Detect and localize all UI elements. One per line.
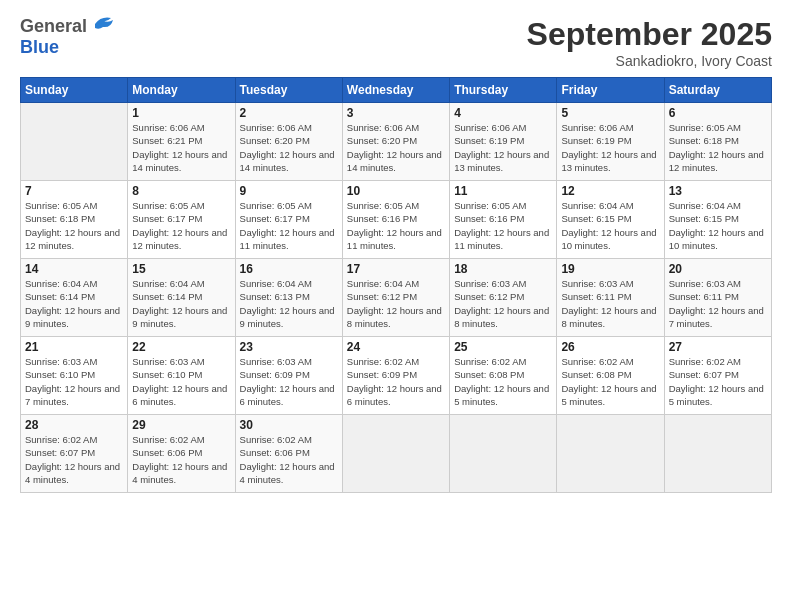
day-info: Sunrise: 6:06 AM Sunset: 6:20 PM Dayligh… bbox=[240, 121, 338, 174]
week-row-3: 14Sunrise: 6:04 AM Sunset: 6:14 PM Dayli… bbox=[21, 259, 772, 337]
week-row-5: 28Sunrise: 6:02 AM Sunset: 6:07 PM Dayli… bbox=[21, 415, 772, 493]
day-info: Sunrise: 6:06 AM Sunset: 6:21 PM Dayligh… bbox=[132, 121, 230, 174]
day-cell: 22Sunrise: 6:03 AM Sunset: 6:10 PM Dayli… bbox=[128, 337, 235, 415]
day-number: 12 bbox=[561, 184, 659, 198]
day-cell: 17Sunrise: 6:04 AM Sunset: 6:12 PM Dayli… bbox=[342, 259, 449, 337]
day-number: 14 bbox=[25, 262, 123, 276]
header: General Blue September 2025 Sankadiokro,… bbox=[20, 16, 772, 69]
day-number: 6 bbox=[669, 106, 767, 120]
day-cell: 8Sunrise: 6:05 AM Sunset: 6:17 PM Daylig… bbox=[128, 181, 235, 259]
day-cell: 9Sunrise: 6:05 AM Sunset: 6:17 PM Daylig… bbox=[235, 181, 342, 259]
month-title: September 2025 bbox=[527, 16, 772, 53]
day-number: 30 bbox=[240, 418, 338, 432]
day-cell: 28Sunrise: 6:02 AM Sunset: 6:07 PM Dayli… bbox=[21, 415, 128, 493]
day-cell bbox=[21, 103, 128, 181]
day-cell: 20Sunrise: 6:03 AM Sunset: 6:11 PM Dayli… bbox=[664, 259, 771, 337]
day-info: Sunrise: 6:06 AM Sunset: 6:19 PM Dayligh… bbox=[561, 121, 659, 174]
day-cell: 26Sunrise: 6:02 AM Sunset: 6:08 PM Dayli… bbox=[557, 337, 664, 415]
day-info: Sunrise: 6:05 AM Sunset: 6:16 PM Dayligh… bbox=[454, 199, 552, 252]
day-info: Sunrise: 6:05 AM Sunset: 6:18 PM Dayligh… bbox=[669, 121, 767, 174]
logo: General Blue bbox=[20, 16, 115, 57]
day-cell: 21Sunrise: 6:03 AM Sunset: 6:10 PM Dayli… bbox=[21, 337, 128, 415]
day-number: 24 bbox=[347, 340, 445, 354]
day-number: 11 bbox=[454, 184, 552, 198]
day-info: Sunrise: 6:02 AM Sunset: 6:08 PM Dayligh… bbox=[561, 355, 659, 408]
col-header-tuesday: Tuesday bbox=[235, 78, 342, 103]
day-info: Sunrise: 6:05 AM Sunset: 6:17 PM Dayligh… bbox=[240, 199, 338, 252]
day-number: 3 bbox=[347, 106, 445, 120]
day-info: Sunrise: 6:02 AM Sunset: 6:06 PM Dayligh… bbox=[132, 433, 230, 486]
day-cell: 16Sunrise: 6:04 AM Sunset: 6:13 PM Dayli… bbox=[235, 259, 342, 337]
day-number: 10 bbox=[347, 184, 445, 198]
day-info: Sunrise: 6:04 AM Sunset: 6:14 PM Dayligh… bbox=[132, 277, 230, 330]
col-header-monday: Monday bbox=[128, 78, 235, 103]
logo-bird-icon bbox=[93, 14, 115, 32]
day-cell: 13Sunrise: 6:04 AM Sunset: 6:15 PM Dayli… bbox=[664, 181, 771, 259]
day-cell bbox=[557, 415, 664, 493]
day-info: Sunrise: 6:02 AM Sunset: 6:09 PM Dayligh… bbox=[347, 355, 445, 408]
day-number: 1 bbox=[132, 106, 230, 120]
col-header-saturday: Saturday bbox=[664, 78, 771, 103]
logo-general: General bbox=[20, 16, 87, 36]
day-info: Sunrise: 6:04 AM Sunset: 6:13 PM Dayligh… bbox=[240, 277, 338, 330]
col-header-sunday: Sunday bbox=[21, 78, 128, 103]
day-number: 16 bbox=[240, 262, 338, 276]
day-number: 29 bbox=[132, 418, 230, 432]
day-number: 18 bbox=[454, 262, 552, 276]
day-number: 27 bbox=[669, 340, 767, 354]
col-header-wednesday: Wednesday bbox=[342, 78, 449, 103]
day-cell: 2Sunrise: 6:06 AM Sunset: 6:20 PM Daylig… bbox=[235, 103, 342, 181]
location: Sankadiokro, Ivory Coast bbox=[527, 53, 772, 69]
title-section: September 2025 Sankadiokro, Ivory Coast bbox=[527, 16, 772, 69]
day-info: Sunrise: 6:03 AM Sunset: 6:09 PM Dayligh… bbox=[240, 355, 338, 408]
day-number: 25 bbox=[454, 340, 552, 354]
day-info: Sunrise: 6:06 AM Sunset: 6:19 PM Dayligh… bbox=[454, 121, 552, 174]
day-number: 21 bbox=[25, 340, 123, 354]
day-cell: 4Sunrise: 6:06 AM Sunset: 6:19 PM Daylig… bbox=[450, 103, 557, 181]
day-number: 9 bbox=[240, 184, 338, 198]
day-info: Sunrise: 6:04 AM Sunset: 6:15 PM Dayligh… bbox=[669, 199, 767, 252]
day-cell: 3Sunrise: 6:06 AM Sunset: 6:20 PM Daylig… bbox=[342, 103, 449, 181]
day-number: 15 bbox=[132, 262, 230, 276]
day-number: 4 bbox=[454, 106, 552, 120]
day-number: 2 bbox=[240, 106, 338, 120]
calendar-table: SundayMondayTuesdayWednesdayThursdayFrid… bbox=[20, 77, 772, 493]
day-info: Sunrise: 6:05 AM Sunset: 6:16 PM Dayligh… bbox=[347, 199, 445, 252]
day-cell: 11Sunrise: 6:05 AM Sunset: 6:16 PM Dayli… bbox=[450, 181, 557, 259]
day-number: 5 bbox=[561, 106, 659, 120]
page: General Blue September 2025 Sankadiokro,… bbox=[0, 0, 792, 612]
day-info: Sunrise: 6:03 AM Sunset: 6:12 PM Dayligh… bbox=[454, 277, 552, 330]
day-info: Sunrise: 6:05 AM Sunset: 6:17 PM Dayligh… bbox=[132, 199, 230, 252]
day-cell: 27Sunrise: 6:02 AM Sunset: 6:07 PM Dayli… bbox=[664, 337, 771, 415]
week-row-4: 21Sunrise: 6:03 AM Sunset: 6:10 PM Dayli… bbox=[21, 337, 772, 415]
day-info: Sunrise: 6:04 AM Sunset: 6:15 PM Dayligh… bbox=[561, 199, 659, 252]
week-row-2: 7Sunrise: 6:05 AM Sunset: 6:18 PM Daylig… bbox=[21, 181, 772, 259]
day-info: Sunrise: 6:02 AM Sunset: 6:07 PM Dayligh… bbox=[25, 433, 123, 486]
day-cell: 6Sunrise: 6:05 AM Sunset: 6:18 PM Daylig… bbox=[664, 103, 771, 181]
day-cell: 15Sunrise: 6:04 AM Sunset: 6:14 PM Dayli… bbox=[128, 259, 235, 337]
day-number: 26 bbox=[561, 340, 659, 354]
day-info: Sunrise: 6:02 AM Sunset: 6:08 PM Dayligh… bbox=[454, 355, 552, 408]
day-number: 7 bbox=[25, 184, 123, 198]
day-cell: 19Sunrise: 6:03 AM Sunset: 6:11 PM Dayli… bbox=[557, 259, 664, 337]
day-cell bbox=[450, 415, 557, 493]
day-number: 20 bbox=[669, 262, 767, 276]
day-cell: 25Sunrise: 6:02 AM Sunset: 6:08 PM Dayli… bbox=[450, 337, 557, 415]
day-info: Sunrise: 6:05 AM Sunset: 6:18 PM Dayligh… bbox=[25, 199, 123, 252]
logo-blue: Blue bbox=[20, 37, 115, 58]
week-row-1: 1Sunrise: 6:06 AM Sunset: 6:21 PM Daylig… bbox=[21, 103, 772, 181]
day-info: Sunrise: 6:03 AM Sunset: 6:10 PM Dayligh… bbox=[132, 355, 230, 408]
day-cell: 10Sunrise: 6:05 AM Sunset: 6:16 PM Dayli… bbox=[342, 181, 449, 259]
day-number: 19 bbox=[561, 262, 659, 276]
day-cell: 29Sunrise: 6:02 AM Sunset: 6:06 PM Dayli… bbox=[128, 415, 235, 493]
day-number: 28 bbox=[25, 418, 123, 432]
day-number: 8 bbox=[132, 184, 230, 198]
day-cell: 14Sunrise: 6:04 AM Sunset: 6:14 PM Dayli… bbox=[21, 259, 128, 337]
day-info: Sunrise: 6:03 AM Sunset: 6:11 PM Dayligh… bbox=[669, 277, 767, 330]
day-cell bbox=[664, 415, 771, 493]
day-number: 23 bbox=[240, 340, 338, 354]
day-info: Sunrise: 6:04 AM Sunset: 6:14 PM Dayligh… bbox=[25, 277, 123, 330]
col-header-thursday: Thursday bbox=[450, 78, 557, 103]
day-info: Sunrise: 6:02 AM Sunset: 6:06 PM Dayligh… bbox=[240, 433, 338, 486]
day-cell: 18Sunrise: 6:03 AM Sunset: 6:12 PM Dayli… bbox=[450, 259, 557, 337]
